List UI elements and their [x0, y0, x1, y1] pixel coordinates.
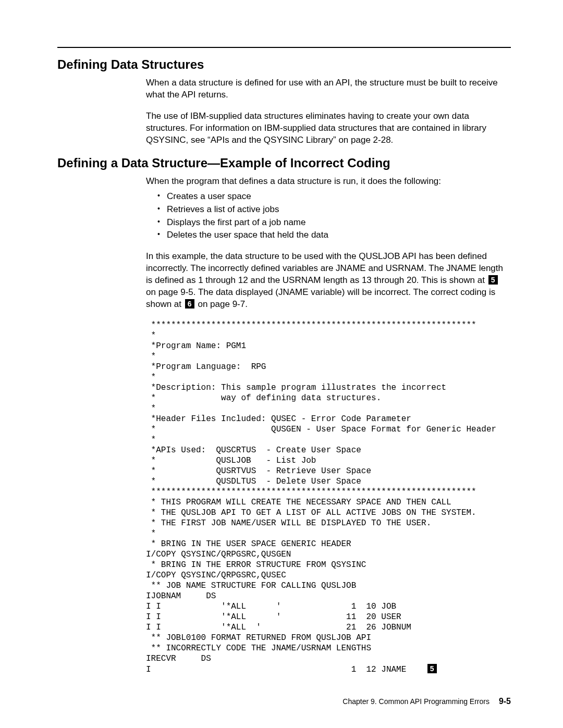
code-line: * THE FIRST JOB NAME/USER WILL BE DISPLA…: [146, 519, 431, 528]
code-block: ****************************************…: [146, 320, 511, 675]
callout-5-code-icon: 5: [427, 664, 437, 673]
footer-page-number: 9-5: [499, 697, 511, 706]
code-line: * THE QUSLJOB API TO GET A LIST OF ALL A…: [146, 508, 476, 517]
para-4c: on page 9-7.: [195, 299, 248, 309]
bullet-4: Deletes the user space that held the dat…: [157, 229, 511, 241]
bullet-3: Displays the first part of a job name: [157, 217, 511, 229]
code-line: ****************************************…: [146, 320, 476, 330]
callout-5-icon: 5: [488, 275, 498, 285]
code-line: * way of defining data structures.: [146, 393, 381, 403]
code-line: IJOBNAM DS: [146, 591, 216, 601]
body-block-1: When a data structure is defined for use…: [146, 77, 511, 146]
code-line: ** INCORRECTLY CODE THE JNAME/USRNAM LEN…: [146, 644, 371, 653]
code-line: *: [146, 404, 156, 413]
code-line: * THIS PROGRAM WILL CREATE THE NECESSARY…: [146, 498, 451, 507]
heading-defining-ds: Defining Data Structures: [57, 57, 511, 72]
heading-incorrect-coding: Defining a Data Structure—Example of Inc…: [57, 156, 511, 170]
para-1: When a data structure is defined for use…: [146, 77, 511, 101]
body-block-2: When the program that defines a data str…: [146, 176, 511, 311]
footer-chapter: Chapter 9. Common API Programming Errors: [342, 697, 489, 706]
bullet-2: Retrieves a list of active jobs: [157, 204, 511, 216]
code-line: *APIs Used: QUSCRTUS - Create User Space: [146, 446, 361, 455]
code-line: I/COPY QSYSINC/QRPGSRC,QUSGEN: [146, 550, 291, 559]
para-4a: In this example, the data structure to b…: [146, 251, 503, 285]
para-2: The use of IBM-supplied data structures …: [146, 110, 511, 146]
para-3: When the program that defines a data str…: [146, 176, 511, 188]
code-line: ** JOB NAME STRUCTURE FOR CALLING QUSLJO…: [146, 581, 356, 590]
code-line: *: [146, 352, 156, 361]
code-line: * QUSRTVUS - Retrieve User Space: [146, 466, 371, 476]
code-line: *Header Files Included: QUSEC - Error Co…: [146, 414, 411, 424]
code-line: * BRING IN THE ERROR STRUCTURE FROM QSYS…: [146, 560, 366, 570]
code-line: *: [146, 435, 156, 445]
top-rule: [57, 47, 511, 48]
code-line: I I '*ALL ' 11 20 USER: [146, 612, 401, 622]
code-line: *Program Language: RPG: [146, 362, 266, 372]
page-footer: Chapter 9. Common API Programming Errors…: [342, 697, 511, 706]
code-line: I I '*ALL ' 1 10 JOB: [146, 602, 396, 611]
code-line: *: [146, 529, 156, 538]
code-line: *Description: This sample program illust…: [146, 383, 446, 392]
code-line: I I '*ALL ' 21 26 JOBNUM: [146, 623, 411, 632]
code-line: * BRING IN THE USER SPACE GENERIC HEADER: [146, 539, 351, 549]
bullet-1: Creates a user space: [157, 191, 511, 203]
code-line: ****************************************…: [146, 487, 476, 497]
code-line: * QUSLJOB - List Job: [146, 456, 316, 465]
code-line: I/COPY QSYSINC/QRPGSRC,QUSEC: [146, 571, 286, 580]
code-line: I 1 12 JNAME: [146, 665, 426, 674]
code-line: *: [146, 373, 156, 382]
page: Defining Data Structures When a data str…: [0, 0, 563, 728]
para-4: In this example, the data structure to b…: [146, 251, 511, 311]
callout-6-icon: 6: [185, 299, 194, 309]
code-line: IRECVR DS: [146, 654, 211, 663]
code-line: *Program Name: PGM1: [146, 341, 246, 351]
code-line: * QUSGEN - User Space Format for Generic…: [146, 425, 496, 434]
code-line: * QUSDLTUS - Delete User Space: [146, 477, 361, 486]
code-line: ** JOBL0100 FORMAT RETURNED FROM QUSLJOB…: [146, 633, 371, 643]
code-line: *: [146, 331, 156, 340]
bullet-list: Creates a user space Retrieves a list of…: [146, 191, 511, 242]
